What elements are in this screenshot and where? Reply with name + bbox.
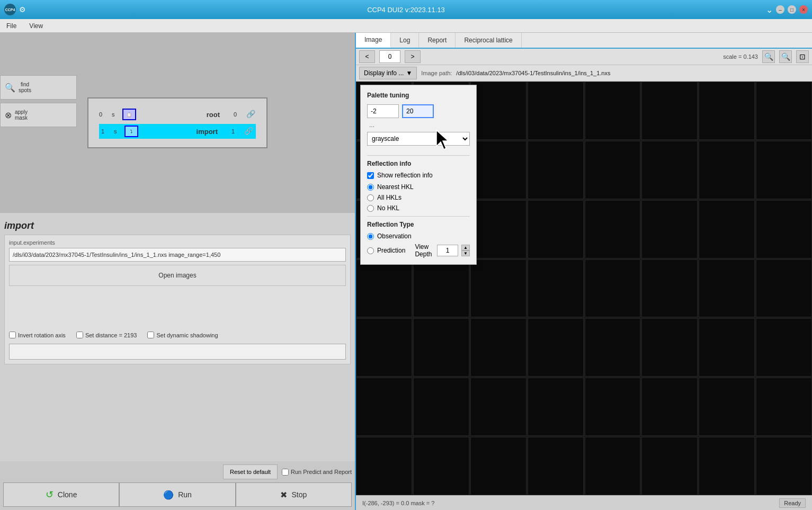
set-distance-checkbox[interactable] (76, 332, 83, 338)
all-hkls-radio[interactable] (367, 194, 374, 201)
run-predict-row: Reset to default Run Predict and Report (3, 464, 352, 479)
action-buttons: ↺ Clone 🔵 Run ✖ Stop (3, 482, 352, 507)
import-input[interactable] (9, 248, 346, 262)
import-title: import (4, 217, 351, 235)
tab-reciprocal-lattice[interactable]: Reciprocal lattice (456, 33, 521, 48)
palette-min-input[interactable] (367, 104, 399, 118)
dynamic-shadowing-checkbox-label[interactable]: Set dynamic shadowing (147, 332, 218, 338)
reset-button[interactable]: Reset to default (223, 464, 278, 479)
status-info: I(-286, -293) = 0.0 mask = ? (362, 500, 434, 506)
apply-mask-icon: ⊗ (5, 110, 12, 120)
left-panel: 🔍 findspots ⊗ applymask 0 s 📋 root (0, 33, 355, 510)
pipeline-row-root[interactable]: 0 s 📋 root 0 🔗 (99, 107, 256, 122)
set-distance-checkbox-label[interactable]: Set distance = 2193 (76, 332, 137, 338)
tab-report[interactable]: Report (419, 33, 456, 48)
pipeline-endnum-0: 0 (234, 111, 243, 118)
tab-log[interactable]: Log (391, 33, 419, 48)
menu-file[interactable]: File (4, 21, 19, 31)
image-number-input[interactable] (379, 50, 400, 63)
image-path-value: /dls/i03/data/2023/mx37045-1/TestInsulin… (456, 70, 610, 76)
observation-row[interactable]: Observation (367, 232, 470, 240)
status-ready: Ready (779, 498, 806, 508)
nearest-hkl-radio[interactable] (367, 184, 374, 191)
grid-cell (699, 141, 755, 199)
chevron-down-icon[interactable]: ⌄ (766, 5, 773, 15)
extra-input[interactable] (9, 344, 346, 360)
logo-circle: CCP4 (4, 4, 16, 15)
grid-cell (585, 437, 641, 495)
run-predict-checkbox-label[interactable]: Run Predict and Report (282, 469, 352, 476)
stepper-up-button[interactable]: ▲ (461, 245, 470, 250)
no-hkl-radio[interactable] (367, 205, 374, 212)
pipeline-row-import[interactable]: 1 s ⤵ import 1 🔗 (99, 124, 256, 139)
open-images-button[interactable]: Open images (9, 265, 346, 286)
grid-cell (585, 200, 641, 258)
next-image-button[interactable]: > (405, 50, 421, 63)
all-hkls-row[interactable]: All HKLs (367, 194, 470, 201)
invert-rotation-checkbox-label[interactable]: Invert rotation axis (9, 332, 66, 338)
prediction-row[interactable]: Prediction View Depth ▲ ▼ (367, 243, 470, 258)
stop-icon: ✖ (280, 490, 287, 500)
dynamic-shadowing-label: Set dynamic shadowing (156, 332, 218, 338)
grid-cell (641, 82, 698, 140)
grid-cell (528, 82, 584, 140)
nearest-hkl-label: Nearest HKL (377, 183, 414, 191)
grid-cell (356, 260, 412, 318)
prev-image-button[interactable]: < (359, 50, 375, 63)
grid-cell (528, 260, 584, 318)
apply-mask-button[interactable]: ⊗ applymask (0, 103, 77, 127)
menu-view[interactable]: View (27, 21, 45, 31)
minimize-button[interactable]: – (776, 5, 784, 14)
tab-image[interactable]: Image (356, 33, 391, 48)
find-spots-button[interactable]: 🔍 findspots (0, 75, 77, 100)
run-predict-checkbox[interactable] (282, 469, 289, 476)
clone-button[interactable]: ↺ Clone (3, 482, 119, 507)
stop-button[interactable]: ✖ Stop (236, 482, 352, 507)
no-hkl-row[interactable]: No HKL (367, 204, 470, 212)
grid-cell (756, 141, 812, 199)
run-button[interactable]: 🔵 Run (119, 482, 235, 507)
import-group-label: input.experiments (9, 239, 346, 246)
color-scheme-select[interactable]: grayscale rainbow heat (367, 132, 470, 146)
palette-popup: Palette tuning ... grayscale rainbow hea… (360, 85, 477, 265)
nearest-hkl-row[interactable]: Nearest HKL (367, 183, 470, 191)
invert-rotation-checkbox[interactable] (9, 332, 16, 338)
image-path-label: Image path: (421, 70, 452, 76)
grid-cell (585, 141, 641, 199)
grid-cell (641, 260, 698, 318)
grid-cell (756, 318, 812, 377)
zoom-fit-button[interactable]: ⊡ (796, 50, 809, 63)
stepper-down-button[interactable]: ▼ (461, 250, 470, 256)
grid-cell (413, 318, 469, 377)
grid-cell (470, 82, 527, 140)
zoom-in-button[interactable]: 🔍 (762, 50, 775, 63)
bottom-bar: Reset to default Run Predict and Report … (0, 461, 355, 510)
show-reflection-label: Show reflection info (377, 172, 433, 179)
zoom-out-button[interactable]: 🔍 (779, 50, 792, 63)
scale-label: scale = 0.143 (723, 53, 758, 60)
grid-cell (356, 437, 412, 495)
grid-cell (470, 378, 527, 436)
palette-max-input[interactable] (402, 104, 434, 118)
pipeline-box: 0 s 📋 root 0 🔗 1 s ⤵ import (87, 97, 267, 148)
show-reflection-checkbox[interactable] (367, 172, 374, 179)
menu-bar: File View (0, 19, 812, 33)
close-button[interactable]: × (799, 5, 808, 14)
observation-radio[interactable] (367, 233, 374, 240)
invert-rotation-label: Invert rotation axis (18, 332, 66, 338)
dynamic-shadowing-checkbox[interactable] (147, 332, 154, 338)
display-info-button[interactable]: Display info ... ▼ (359, 67, 417, 79)
grid-cell (413, 437, 469, 495)
grid-cell (470, 200, 527, 258)
show-reflection-row[interactable]: Show reflection info (367, 172, 470, 179)
grid-cell (756, 260, 812, 318)
maximize-button[interactable]: □ (788, 5, 796, 14)
view-depth-input[interactable] (437, 245, 458, 256)
view-depth-label: View Depth (415, 243, 434, 258)
toolbar-icon: ⚙ (19, 5, 26, 14)
grid-cell (641, 437, 698, 495)
grid-cell (528, 200, 584, 258)
prediction-radio[interactable] (367, 247, 374, 254)
grid-cell (756, 437, 812, 495)
run-label: Run (178, 490, 192, 499)
